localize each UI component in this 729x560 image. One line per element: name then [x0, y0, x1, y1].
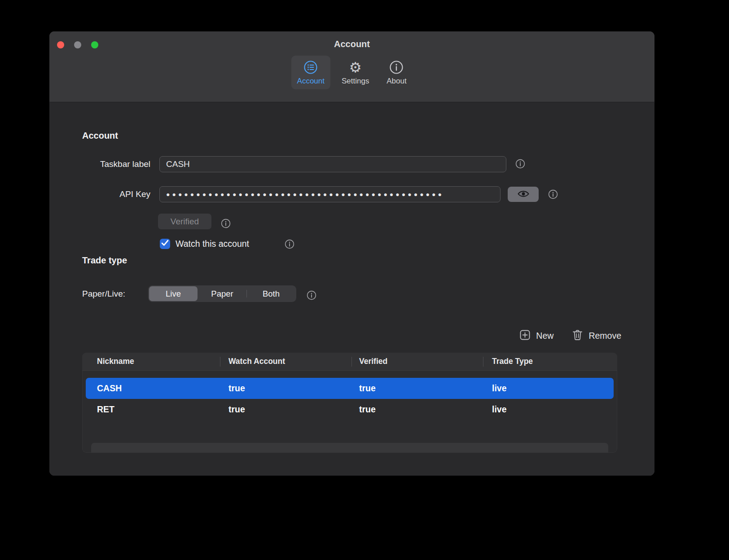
- trade-type-section-title: Trade type: [82, 255, 127, 266]
- cell-watch-account: true: [220, 404, 351, 415]
- paper-live-label: Paper/Live:: [82, 285, 125, 302]
- segment-paper[interactable]: Paper: [198, 286, 246, 301]
- preferences-window: Account Account: [49, 31, 654, 476]
- watch-account-info-icon[interactable]: [285, 239, 294, 249]
- toolbar: Account ⚙ Settings About: [49, 56, 654, 89]
- titlebar: Account Account: [49, 31, 654, 102]
- verified-button[interactable]: Verified: [158, 214, 211, 229]
- paper-live-segmented-control: Live Paper Both: [148, 285, 296, 302]
- new-account-label: New: [536, 331, 553, 341]
- reveal-api-key-button[interactable]: [508, 187, 539, 202]
- table-body: CASH true true live RET true true live: [82, 371, 617, 420]
- segment-live[interactable]: Live: [149, 286, 198, 301]
- table-actions: New Remove: [520, 326, 621, 346]
- account-pane: Account Taskbar label API Key Verified: [49, 103, 654, 476]
- info-circle-icon: [389, 60, 404, 75]
- remove-account-button[interactable]: Remove: [572, 329, 621, 342]
- toolbar-item-settings-label: Settings: [342, 77, 369, 86]
- taskbar-label-label: Taskbar label: [49, 156, 150, 172]
- eye-icon: [517, 190, 530, 199]
- cell-trade-type: live: [483, 404, 614, 415]
- table-row-ret[interactable]: RET true true live: [86, 399, 614, 420]
- table-footer-strip: [91, 443, 608, 453]
- verified-info-icon[interactable]: [221, 219, 231, 228]
- paper-live-info-icon[interactable]: [307, 290, 316, 300]
- cell-trade-type: live: [483, 383, 614, 394]
- api-key-info-icon[interactable]: [548, 189, 558, 199]
- column-header-verified[interactable]: Verified: [352, 357, 483, 366]
- cell-watch-account: true: [220, 383, 351, 394]
- column-header-trade-type[interactable]: Trade Type: [483, 357, 617, 366]
- column-header-nickname[interactable]: Nickname: [82, 357, 220, 366]
- watch-account-label: Watch this account: [176, 238, 249, 249]
- new-account-button[interactable]: New: [520, 330, 553, 341]
- gear-icon: ⚙: [349, 60, 362, 75]
- cell-nickname: CASH: [86, 383, 220, 394]
- cell-nickname: RET: [86, 404, 220, 415]
- cell-verified: true: [351, 404, 483, 415]
- table-header-row: Nickname Watch Account Verified Trade Ty…: [82, 353, 617, 371]
- api-key-input[interactable]: [159, 186, 501, 202]
- taskbar-label-input[interactable]: [159, 156, 506, 172]
- watch-account-checkbox[interactable]: [160, 239, 170, 249]
- toolbar-item-about[interactable]: About: [380, 56, 413, 89]
- window-title: Account: [49, 39, 654, 49]
- trash-icon: [572, 329, 583, 342]
- toolbar-item-settings[interactable]: ⚙ Settings: [336, 56, 375, 89]
- taskbar-label-info-icon[interactable]: [515, 159, 525, 169]
- account-list-icon: [303, 60, 318, 75]
- plus-square-icon: [520, 330, 530, 341]
- table-row-cash[interactable]: CASH true true live: [86, 378, 614, 399]
- toolbar-item-account-label: Account: [297, 77, 325, 86]
- accounts-table: Nickname Watch Account Verified Trade Ty…: [82, 353, 617, 453]
- column-header-watch-account[interactable]: Watch Account: [220, 357, 351, 366]
- api-key-label: API Key: [49, 186, 150, 202]
- segment-both[interactable]: Both: [247, 286, 295, 301]
- cell-verified: true: [351, 383, 483, 394]
- toolbar-item-about-label: About: [386, 77, 406, 86]
- account-section-title: Account: [82, 131, 118, 141]
- remove-account-label: Remove: [588, 331, 621, 341]
- checkmark-icon: [161, 240, 169, 248]
- toolbar-item-account[interactable]: Account: [291, 56, 330, 89]
